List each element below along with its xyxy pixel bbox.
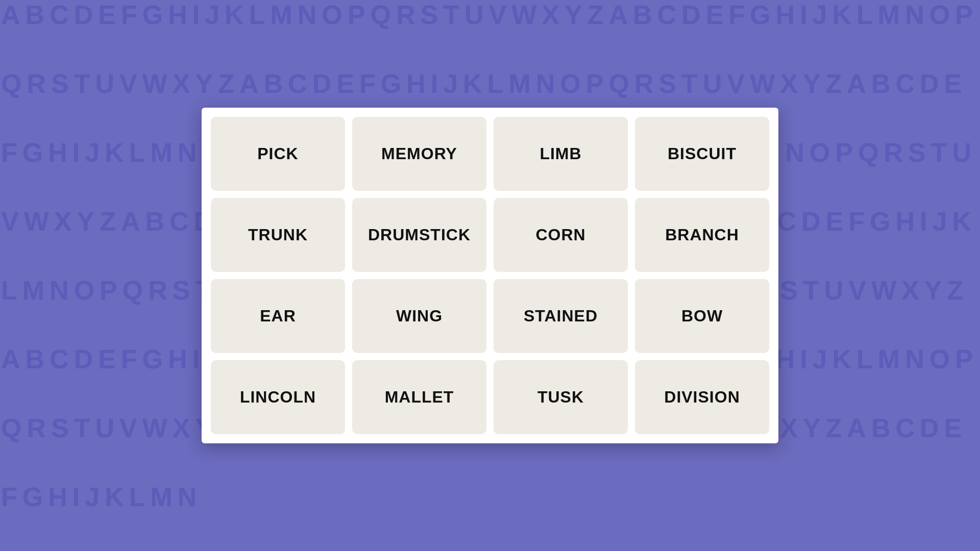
word-card-stained[interactable]: STAINED xyxy=(494,279,628,353)
word-label: MALLET xyxy=(385,388,454,407)
word-card-trunk[interactable]: TRUNK xyxy=(211,198,345,272)
bg-letter: M xyxy=(269,0,296,69)
bg-letter: K xyxy=(831,0,856,69)
word-card-tusk[interactable]: TUSK xyxy=(494,360,628,434)
bg-letter: H xyxy=(47,482,71,551)
word-card-ear[interactable]: EAR xyxy=(211,279,345,353)
word-card-pick[interactable]: PICK xyxy=(211,117,345,191)
bg-letter: L xyxy=(248,0,270,69)
bg-letter: O xyxy=(928,0,954,69)
bg-letter: D xyxy=(800,207,825,276)
bg-letter: O xyxy=(808,138,834,207)
word-card-division[interactable]: DIVISION xyxy=(635,360,769,434)
bg-letter: P xyxy=(834,138,857,207)
word-label: MEMORY xyxy=(381,144,457,163)
bg-letter: V xyxy=(118,413,141,482)
word-card-wing[interactable]: WING xyxy=(352,279,486,353)
bg-letter: H xyxy=(47,138,71,207)
bg-letter: K xyxy=(831,344,856,413)
word-card-limb[interactable]: LIMB xyxy=(494,117,628,191)
bg-letter: Z xyxy=(825,413,846,482)
bg-letter: X xyxy=(53,207,76,276)
bg-letter: X xyxy=(900,276,923,344)
word-label: CORN xyxy=(535,226,585,244)
word-label: BISCUIT xyxy=(668,144,737,163)
bg-letter: P xyxy=(954,344,977,413)
bg-letter: A xyxy=(0,344,24,413)
bg-letter: Y xyxy=(923,276,946,344)
word-card-mallet[interactable]: MALLET xyxy=(352,360,486,434)
bg-letter: C xyxy=(656,0,681,69)
bg-letter: X xyxy=(172,69,194,138)
word-card-corn[interactable]: CORN xyxy=(494,198,628,272)
word-label: PICK xyxy=(257,144,298,163)
bg-letter: A xyxy=(607,0,632,69)
bg-letter: G xyxy=(141,344,167,413)
bg-letter: J xyxy=(932,207,951,276)
bg-letter: V xyxy=(847,276,870,344)
word-grid: PICK MEMORY LIMB BISCUIT TRUNK DRUMSTICK xyxy=(211,117,769,434)
bg-letter: G xyxy=(869,207,894,276)
bg-letter: J xyxy=(204,0,224,69)
bg-letter: D xyxy=(73,0,97,69)
bg-letter: N xyxy=(177,482,201,551)
word-label: WING xyxy=(396,307,443,325)
bg-letter: N xyxy=(784,138,808,207)
bg-letter: I xyxy=(799,0,811,69)
bg-letter: F xyxy=(0,482,21,551)
bg-letter: N xyxy=(904,344,928,413)
bg-letter: V xyxy=(118,69,141,138)
bg-letter: T xyxy=(930,138,951,207)
bg-letter: D xyxy=(73,344,97,413)
bg-letter: N xyxy=(297,0,321,69)
bg-letter: R xyxy=(883,138,907,207)
bg-letter: U xyxy=(463,0,488,69)
bg-letter: T xyxy=(73,69,94,138)
word-label: DIVISION xyxy=(664,388,740,407)
bg-letter: Y xyxy=(802,69,825,138)
bg-letter: C xyxy=(894,69,919,138)
word-label: EAR xyxy=(260,307,296,325)
word-card-memory[interactable]: MEMORY xyxy=(352,117,486,191)
bg-letter: O xyxy=(928,344,954,413)
word-card-lincoln[interactable]: LINCOLN xyxy=(211,360,345,434)
bg-letter: O xyxy=(73,276,99,344)
bg-letter: A xyxy=(0,0,24,69)
word-card-bow[interactable]: BOW xyxy=(635,279,769,353)
bg-letter: X xyxy=(779,69,802,138)
bg-letter: U xyxy=(823,276,848,344)
bg-letter: E xyxy=(825,207,848,276)
bg-letter: C xyxy=(168,207,193,276)
bg-letter: V xyxy=(0,207,23,276)
bg-letter: B xyxy=(24,344,49,413)
bg-letter: P xyxy=(954,0,977,69)
word-label: DRUMSTICK xyxy=(368,226,471,244)
bg-letter: Y xyxy=(76,207,99,276)
bg-letter: D xyxy=(919,69,943,138)
bg-letter: L xyxy=(128,482,150,551)
bg-letter: C xyxy=(48,344,73,413)
word-card-branch[interactable]: BRANCH xyxy=(635,198,769,272)
bg-letter: R xyxy=(26,413,50,482)
bg-letter: B xyxy=(870,413,895,482)
word-label: TUSK xyxy=(537,388,584,407)
word-card-biscuit[interactable]: BISCUIT xyxy=(635,117,769,191)
bg-letter: F xyxy=(120,344,141,413)
word-label: LIMB xyxy=(540,144,581,163)
bg-letter: H xyxy=(167,0,191,69)
bg-letter: A xyxy=(846,69,870,138)
bg-letter: E xyxy=(943,413,966,482)
bg-letter: P xyxy=(347,0,370,69)
bg-letter: K xyxy=(951,207,975,276)
word-card-drumstick[interactable]: DRUMSTICK xyxy=(352,198,486,272)
bg-letter: T xyxy=(73,413,94,482)
bg-letter: F xyxy=(0,138,21,207)
bg-letter: M xyxy=(21,276,48,344)
bg-letter: H xyxy=(167,344,191,413)
bg-letter: S xyxy=(907,138,930,207)
bg-letter: B xyxy=(632,0,656,69)
bg-letter: I xyxy=(71,138,84,207)
bg-letter: D xyxy=(680,0,705,69)
bg-letter: S xyxy=(779,276,802,344)
bg-letter: V xyxy=(487,0,510,69)
